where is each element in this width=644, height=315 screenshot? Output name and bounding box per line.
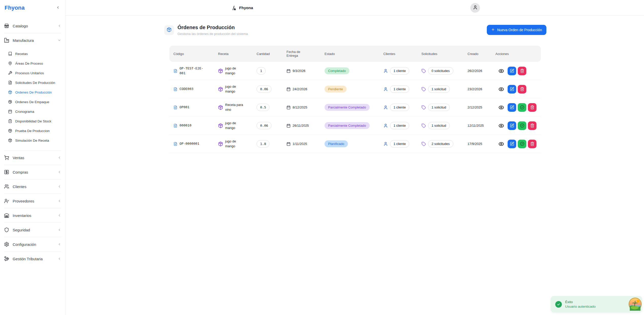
edit-order-button[interactable]: [508, 67, 516, 75]
square-pen-icon: [510, 142, 514, 146]
sidebar-item-label: Procesos Unitarios: [15, 71, 44, 75]
clients-cell: 1 cliente: [383, 140, 421, 147]
view-order-button[interactable]: [498, 68, 505, 74]
column-header-creado: Creado: [468, 52, 495, 56]
sidebar: Fhyona CatalogoManufacturaRecetasÁreas D…: [0, 0, 65, 315]
shield-icon: [4, 227, 9, 232]
sidebar-item-procesos-unitarios[interactable]: Procesos Unitarios: [0, 68, 65, 78]
sidebar-item-proveedores[interactable]: Proveedores: [0, 196, 65, 206]
sidebar-item-label: Solicitudes De Producción: [15, 81, 55, 85]
sidebar-item-seguridad[interactable]: Seguridad: [0, 225, 65, 235]
sidebar-item-simulacion-de-receta[interactable]: Simulación De Receta: [0, 136, 65, 145]
column-header-estado: Estado: [325, 52, 383, 56]
sidebar-item-ventas[interactable]: Ventas: [0, 153, 65, 163]
sidebar-item-ordenes-de-empaque[interactable]: Ordenes De Empaque: [0, 97, 65, 107]
edit-order-button[interactable]: [508, 85, 516, 94]
sidebar-divider: [4, 194, 61, 194]
user-icon: [383, 69, 388, 73]
calendar-icon: [287, 87, 291, 91]
sidebar-item-recetas[interactable]: Recetas: [0, 49, 65, 59]
sidebar-item-compras[interactable]: Compras: [0, 167, 65, 177]
new-production-order-button[interactable]: Nueva Orden de Producción: [487, 25, 546, 35]
sidebar-divider: [4, 150, 61, 151]
sidebar-subgroup-manufactura: RecetasÁreas De ProcesoProcesos Unitario…: [0, 45, 65, 148]
requests-cell: 1 solicitud: [421, 85, 468, 93]
recipe-cell: jugo de mango: [218, 66, 257, 76]
sidebar-item-inventarios[interactable]: Inventarios: [0, 210, 65, 220]
clients-cell: 1 cliente: [383, 85, 421, 93]
file-text-icon: [173, 124, 177, 128]
sidebar-item-prueba-de-produccion[interactable]: Prueba De Produccion: [0, 126, 65, 136]
complete-order-button[interactable]: [518, 140, 526, 148]
delete-order-button[interactable]: [518, 85, 526, 94]
chevron-left-icon: [58, 185, 61, 188]
clients-badge: 1 cliente: [390, 104, 409, 111]
column-header-label: Fecha de Entrega: [287, 50, 303, 58]
delivery-date-cell: 8/12/2025: [287, 105, 325, 109]
app-screen: Fhyona CatalogoManufacturaRecetasÁreas D…: [0, 0, 644, 315]
actions-cell: [495, 140, 541, 148]
sidebar-logo-row: Fhyona: [0, 0, 65, 16]
user-icon: [383, 105, 388, 110]
sidebar-item-label: Gestión Tributaria: [13, 257, 54, 261]
status-badge: Parcialmente Completado: [325, 122, 370, 129]
view-order-button[interactable]: [498, 86, 505, 92]
recipe-cell: jugo de mango: [218, 139, 257, 149]
delete-order-button[interactable]: [528, 103, 536, 112]
sidebar-item-label: Ventas: [13, 156, 54, 160]
sidebar-item-label: Simulación De Receta: [15, 139, 49, 142]
sidebar-item-gestion-tributaria[interactable]: Gestión Tributaria: [0, 254, 65, 264]
status-badge: Pendiente: [325, 86, 347, 92]
quantity-badge: 1.8: [257, 140, 270, 147]
chevron-left-icon: [58, 214, 61, 217]
store-icon: [4, 23, 9, 28]
edit-order-button[interactable]: [508, 140, 516, 148]
status-badge: Planificado: [325, 140, 348, 147]
sidebar-item-disponibilidad-de-stock[interactable]: Disponibilidad De Stock: [0, 116, 65, 126]
chevron-left-icon: [58, 24, 61, 28]
code-cell: 000010: [173, 123, 218, 128]
sidebar-item-areas-de-proceso[interactable]: Áreas De Proceso: [0, 59, 65, 68]
delete-order-button[interactable]: [528, 140, 536, 148]
view-order-button[interactable]: [498, 122, 505, 129]
sidebar-item-clientes[interactable]: Clientes: [0, 181, 65, 192]
sidebar-item-configuracion[interactable]: Configuración: [0, 239, 65, 249]
map-pin-icon: [8, 61, 12, 65]
sidebar-item-cronograma[interactable]: Cronograma: [0, 107, 65, 116]
user-icon: [383, 142, 388, 146]
avatar[interactable]: [470, 3, 480, 13]
warehouse-icon: [4, 213, 9, 218]
sidebar-divider: [4, 165, 61, 165]
status-badge: Parcialmente Completado: [325, 104, 370, 111]
sidebar-item-ordenes-de-produccion[interactable]: Ordenes De Producción: [0, 87, 65, 97]
sidebar-collapse-button[interactable]: [55, 5, 61, 11]
requests-badge: 0 solicitudes: [428, 67, 453, 75]
delivery-date-cell: 24/2/2026: [287, 87, 325, 91]
edit-order-button[interactable]: [508, 121, 516, 130]
quantity-cell: 0.5: [257, 104, 287, 111]
complete-order-button[interactable]: [518, 103, 526, 112]
sidebar-item-solicitudes-de-produccion[interactable]: Solicitudes De Producción: [0, 78, 65, 87]
delete-order-button[interactable]: [528, 121, 536, 130]
delivery-date-cell: 1/11/2025: [287, 142, 325, 146]
chevron-left-icon: [58, 199, 61, 203]
view-order-button[interactable]: [498, 141, 505, 147]
edit-order-button[interactable]: [508, 103, 516, 112]
new-production-order-label: Nueva Orden de Producción: [497, 28, 542, 32]
complete-order-button[interactable]: [518, 121, 526, 130]
circle-check-icon: [520, 105, 524, 109]
toast-message: Usuario autenticado: [565, 305, 596, 308]
table-header-row: CódigoRecetaCantidadFecha de EntregaEsta…: [169, 46, 541, 62]
sidebar-item-catalogo[interactable]: Catalogo: [0, 21, 65, 31]
requests-badge: 1 solicitud: [428, 104, 450, 111]
delete-order-button[interactable]: [518, 67, 526, 75]
sidebar-item-label: Cronograma: [15, 110, 34, 114]
sidebar-item-label: Inventarios: [13, 213, 54, 218]
view-order-button[interactable]: [498, 104, 505, 111]
user-icon: [473, 5, 478, 11]
actions-cell: [495, 67, 541, 75]
sidebar-divider: [4, 237, 61, 237]
sidebar-item-manufactura[interactable]: Manufactura: [0, 35, 65, 45]
circle-check-solid-icon: [555, 301, 562, 308]
eye-icon: [498, 141, 504, 147]
